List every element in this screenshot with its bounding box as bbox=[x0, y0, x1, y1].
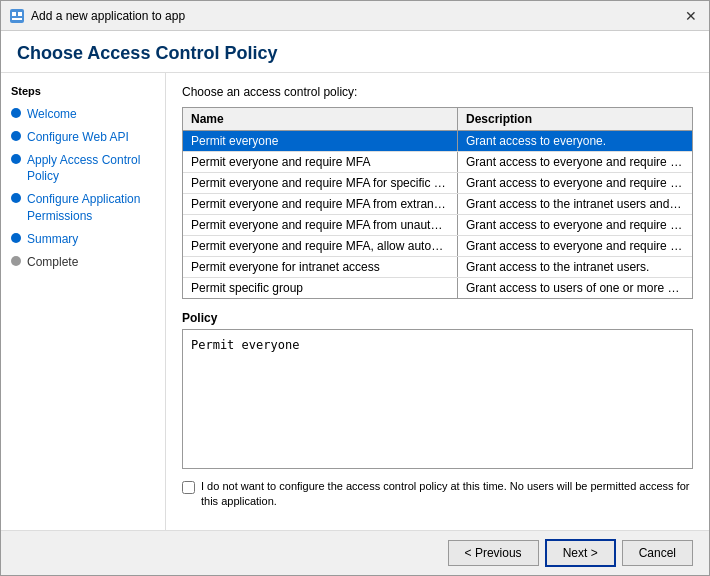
cell-desc: Grant access to the intranet users. bbox=[458, 257, 692, 277]
cell-desc: Grant access to users of one or more spe… bbox=[458, 278, 692, 298]
dot-configure-web-api bbox=[11, 131, 21, 141]
previous-button[interactable]: < Previous bbox=[448, 540, 539, 566]
table-row[interactable]: Permit specific group Grant access to us… bbox=[183, 278, 692, 298]
steps-label: Steps bbox=[1, 85, 165, 103]
sidebar-item-welcome[interactable]: Welcome bbox=[1, 103, 165, 126]
main-panel: Choose an access control policy: Name De… bbox=[166, 73, 709, 530]
title-bar: Add a new application to app ✕ bbox=[1, 1, 709, 31]
policy-label: Policy bbox=[182, 311, 693, 325]
svg-rect-2 bbox=[18, 12, 22, 16]
cell-name: Permit everyone and require MFA for spec… bbox=[183, 173, 458, 193]
svg-rect-1 bbox=[12, 12, 16, 16]
sidebar-label-apply-access: Apply Access Control Policy bbox=[27, 152, 155, 186]
cell-desc: Grant access to everyone and require MFA… bbox=[458, 236, 692, 256]
next-button[interactable]: Next > bbox=[545, 539, 616, 567]
cell-name: Permit everyone bbox=[183, 131, 458, 151]
cell-desc: Grant access to everyone. bbox=[458, 131, 692, 151]
footer: < Previous Next > Cancel bbox=[1, 530, 709, 575]
title-bar-left: Add a new application to app bbox=[9, 8, 185, 24]
cell-name: Permit everyone and require MFA, allow a… bbox=[183, 236, 458, 256]
column-header-description: Description bbox=[458, 108, 692, 130]
main-window: Add a new application to app ✕ Choose Ac… bbox=[0, 0, 710, 576]
app-icon bbox=[9, 8, 25, 24]
cell-desc: Grant access to everyone and require MFA… bbox=[458, 173, 692, 193]
cancel-button[interactable]: Cancel bbox=[622, 540, 693, 566]
cell-desc: Grant access to the intranet users and r… bbox=[458, 194, 692, 214]
dot-welcome bbox=[11, 108, 21, 118]
cell-name: Permit everyone and require MFA bbox=[183, 152, 458, 172]
sidebar: Steps Welcome Configure Web API Apply Ac… bbox=[1, 73, 166, 530]
table-row[interactable]: Permit everyone and require MFA, allow a… bbox=[183, 236, 692, 257]
table-header: Name Description bbox=[183, 108, 692, 131]
dot-summary bbox=[11, 233, 21, 243]
cell-desc: Grant access to everyone and require MFA… bbox=[458, 215, 692, 235]
section-label: Choose an access control policy: bbox=[182, 85, 693, 99]
dot-configure-app bbox=[11, 193, 21, 203]
policy-textarea[interactable] bbox=[182, 329, 693, 469]
table-row[interactable]: Permit everyone and require MFA from ext… bbox=[183, 194, 692, 215]
table-row[interactable]: Permit everyone Grant access to everyone… bbox=[183, 131, 692, 152]
sidebar-item-apply-access[interactable]: Apply Access Control Policy bbox=[1, 149, 165, 189]
sidebar-label-complete: Complete bbox=[27, 254, 78, 271]
sidebar-label-configure-web-api: Configure Web API bbox=[27, 129, 129, 146]
table-row[interactable]: Permit everyone for intranet access Gran… bbox=[183, 257, 692, 278]
sidebar-item-configure-web-api[interactable]: Configure Web API bbox=[1, 126, 165, 149]
sidebar-item-complete[interactable]: Complete bbox=[1, 251, 165, 274]
table-row[interactable]: Permit everyone and require MFA Grant ac… bbox=[183, 152, 692, 173]
cell-name: Permit everyone and require MFA from una… bbox=[183, 215, 458, 235]
svg-rect-3 bbox=[12, 18, 22, 20]
sidebar-label-summary: Summary bbox=[27, 231, 78, 248]
sidebar-item-configure-app[interactable]: Configure Application Permissions bbox=[1, 188, 165, 228]
column-header-name: Name bbox=[183, 108, 458, 130]
cell-name: Permit everyone for intranet access bbox=[183, 257, 458, 277]
cell-name: Permit everyone and require MFA from ext… bbox=[183, 194, 458, 214]
sidebar-label-configure-app: Configure Application Permissions bbox=[27, 191, 155, 225]
cell-desc: Grant access to everyone and require MFA… bbox=[458, 152, 692, 172]
sidebar-label-welcome: Welcome bbox=[27, 106, 77, 123]
table-row[interactable]: Permit everyone and require MFA from una… bbox=[183, 215, 692, 236]
no-configure-label: I do not want to configure the access co… bbox=[201, 479, 693, 510]
no-configure-row: I do not want to configure the access co… bbox=[182, 479, 693, 510]
page-title: Choose Access Control Policy bbox=[1, 31, 709, 73]
dot-complete bbox=[11, 256, 21, 266]
dot-apply-access bbox=[11, 154, 21, 164]
content-area: Steps Welcome Configure Web API Apply Ac… bbox=[1, 73, 709, 530]
close-button[interactable]: ✕ bbox=[681, 6, 701, 26]
title-bar-text: Add a new application to app bbox=[31, 9, 185, 23]
no-configure-checkbox[interactable] bbox=[182, 481, 195, 494]
policy-table: Name Description Permit everyone Grant a… bbox=[182, 107, 693, 299]
cell-name: Permit specific group bbox=[183, 278, 458, 298]
table-row[interactable]: Permit everyone and require MFA for spec… bbox=[183, 173, 692, 194]
sidebar-item-summary[interactable]: Summary bbox=[1, 228, 165, 251]
